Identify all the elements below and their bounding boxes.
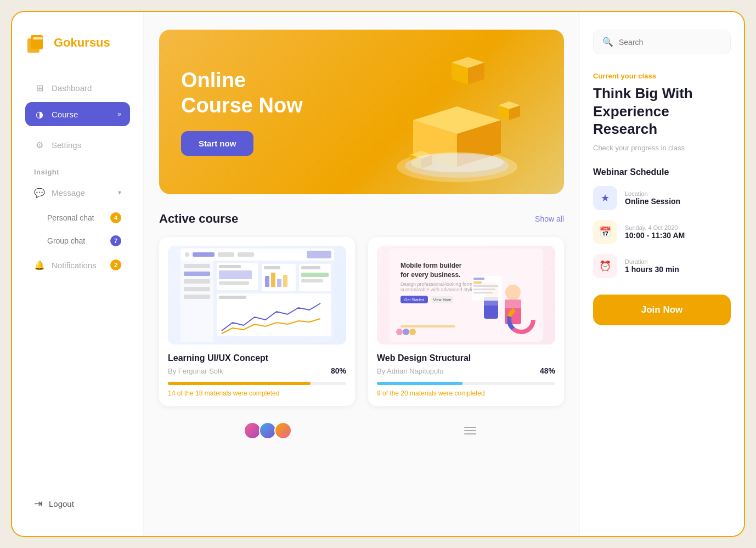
svg-rect-38 <box>219 296 246 299</box>
join-now-button[interactable]: Join Now <box>593 295 731 325</box>
main-content: Online Course Now Start now <box>144 12 579 536</box>
svg-rect-42 <box>271 273 275 287</box>
course-arrow: » <box>117 110 121 118</box>
insight-label: Insight <box>25 159 130 180</box>
svg-rect-35 <box>219 270 252 279</box>
hero-text: Online Course Now Start now <box>181 68 303 156</box>
svg-rect-44 <box>283 275 287 287</box>
svg-rect-25 <box>238 252 254 257</box>
notifications-badge: 2 <box>110 259 121 270</box>
sidebar-item-personal-chat[interactable]: Personal chat 4 <box>25 207 130 229</box>
class-description: Check your progress in class <box>593 144 731 152</box>
webinar-item-location: ★ Location Online Session <box>593 186 731 210</box>
svg-rect-66 <box>473 281 482 284</box>
sidebar-item-message[interactable]: 💬 Message ▾ <box>25 180 130 205</box>
group-chat-badge: 7 <box>110 235 121 246</box>
course-label: Course <box>52 110 111 119</box>
course-2-progress-fill <box>377 382 462 385</box>
sidebar: Gokursus ⊞ Dashboard ◑ Course » ⚙ Settin… <box>12 12 144 536</box>
course-1-progress-fill <box>168 382 311 385</box>
webinar-item-duration: ⏰ Duration 1 hours 30 min <box>593 254 731 278</box>
course-2-progress-bg <box>377 382 555 385</box>
dashboard-icon: ⊞ <box>34 82 45 93</box>
sidebar-item-settings[interactable]: ⚙ Settings <box>25 133 130 157</box>
course-1-title: Learning UI/UX Concept <box>168 353 346 363</box>
sidebar-item-dashboard[interactable]: ⊞ Dashboard <box>25 76 130 100</box>
sidebar-item-notifications[interactable]: 🔔 Notifications 2 <box>25 253 130 277</box>
duration-label: Duration <box>625 258 679 265</box>
logout-icon: ⇥ <box>34 498 42 510</box>
avatar-3 <box>274 422 292 439</box>
svg-rect-28 <box>184 264 210 268</box>
active-course-header: Active course Show all <box>159 212 564 226</box>
settings-label: Settings <box>52 140 121 150</box>
show-all-button[interactable]: Show all <box>535 214 564 223</box>
date-icon-box: 📅 <box>593 220 617 244</box>
svg-rect-1 <box>31 35 43 49</box>
webinar-location-text: Location Online Session <box>625 190 680 206</box>
svg-rect-63 <box>505 300 521 308</box>
search-bar[interactable]: 🔍 <box>593 30 731 54</box>
right-panel: 🔍 Current your class Think Big With Expe… <box>579 12 744 536</box>
course-thumbnail-1 <box>168 246 346 344</box>
svg-rect-30 <box>184 279 210 284</box>
course-2-preview-svg: Mobile form builder for every business. … <box>390 248 543 342</box>
svg-rect-73 <box>400 325 455 327</box>
hero-illustration <box>361 30 553 194</box>
svg-text:for every business.: for every business. <box>400 271 460 279</box>
course-card-1: Learning UI/UX Concept By Fergunar Solk … <box>159 237 355 406</box>
sidebar-item-group-chat[interactable]: Group chat 7 <box>25 230 130 252</box>
logo-area: Gokursus <box>25 32 130 54</box>
active-course-title: Active course <box>159 212 238 226</box>
hero-banner: Online Course Now Start now <box>159 30 564 194</box>
webinar-item-date: 📅 Sunday, 4 Oct 2020 10:00 - 11:30 AM <box>593 220 731 244</box>
duration-icon-box: ⏰ <box>593 254 617 278</box>
sidebar-item-course[interactable]: ◑ Course » <box>25 102 130 126</box>
svg-rect-46 <box>301 266 320 269</box>
start-now-button[interactable]: Start now <box>181 131 253 156</box>
svg-rect-69 <box>473 292 493 293</box>
location-icon: ★ <box>601 192 610 204</box>
hero-cube-svg <box>369 35 545 189</box>
class-title: Think Big With Experience Research <box>593 84 731 138</box>
svg-rect-68 <box>473 289 495 290</box>
notifications-icon: 🔔 <box>34 259 45 270</box>
svg-point-74 <box>396 329 403 335</box>
svg-rect-31 <box>184 287 210 291</box>
webinar-duration-text: Duration 1 hours 30 min <box>625 258 679 274</box>
search-input[interactable] <box>619 38 721 47</box>
svg-rect-47 <box>301 273 329 277</box>
course-2-title: Web Design Structural <box>377 353 555 363</box>
current-class-label: Current your class <box>593 72 731 80</box>
location-icon-box: ★ <box>593 186 617 210</box>
personal-chat-label: Personal chat <box>47 213 94 222</box>
svg-rect-40 <box>264 266 280 269</box>
svg-point-17 <box>410 152 504 172</box>
courses-grid: Learning UI/UX Concept By Fergunar Solk … <box>159 237 564 406</box>
svg-rect-36 <box>219 281 249 285</box>
location-label: Location <box>625 190 680 197</box>
course-1-materials: 14 of the 18 materials were completed <box>168 389 346 397</box>
notifications-label: Notifications <box>52 261 104 270</box>
app-name: Gokursus <box>54 36 110 50</box>
location-value: Online Session <box>625 197 680 206</box>
hamburger-menu-icon[interactable] <box>461 423 479 438</box>
logo-icon <box>25 32 47 54</box>
bottom-extras <box>159 415 564 446</box>
svg-text:View More: View More <box>433 298 451 302</box>
course-card-2: Mobile form builder for every business. … <box>368 237 564 406</box>
course-thumbnail-2: Mobile form builder for every business. … <box>377 246 555 344</box>
course-1-progress-bg <box>168 382 346 385</box>
calendar-icon: 📅 <box>599 226 611 238</box>
svg-rect-24 <box>218 252 234 257</box>
dashboard-label: Dashboard <box>52 83 121 93</box>
avatar-group <box>244 422 292 439</box>
svg-rect-29 <box>184 272 210 276</box>
logout-button[interactable]: ⇥ Logout <box>25 491 130 516</box>
svg-rect-26 <box>307 251 331 258</box>
message-expand-icon: ▾ <box>118 189 121 196</box>
svg-rect-2 <box>33 37 43 39</box>
app-container: Gokursus ⊞ Dashboard ◑ Course » ⚙ Settin… <box>11 11 745 537</box>
svg-rect-32 <box>184 295 210 299</box>
course-2-author: By Adrian Napitupulu 48% <box>377 366 555 375</box>
